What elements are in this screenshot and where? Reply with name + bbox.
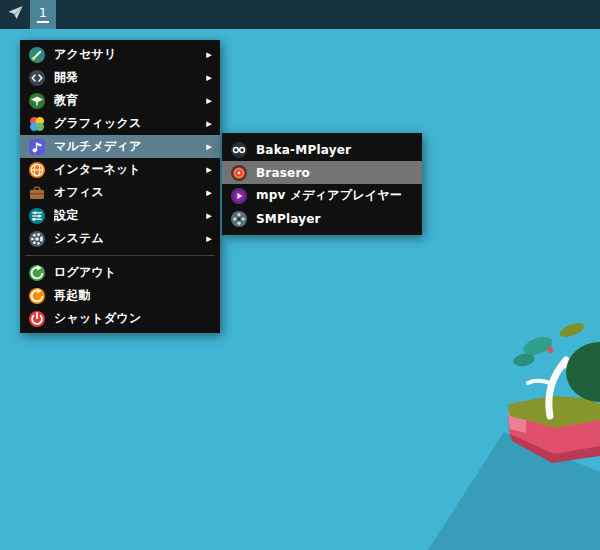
menu-item-label: アクセサリ: [54, 46, 198, 63]
menu-item-baka-mplayer[interactable]: Baka-MPlayer: [222, 138, 422, 161]
app-menu: アクセサリ▶開発▶教育▶グラフィックス▶マルチメディア▶インターネット▶オフィス…: [20, 40, 220, 333]
brasero-icon: [230, 164, 248, 182]
workspace-label: 1: [37, 6, 49, 23]
menu-item-system[interactable]: システム▶: [20, 227, 220, 250]
baka-mplayer-icon: [230, 141, 248, 159]
menu-item-label: 開発: [54, 69, 198, 86]
settings-icon: [28, 207, 46, 225]
menu-item-settings[interactable]: 設定▶: [20, 204, 220, 227]
system-icon: [28, 230, 46, 248]
office-icon: [28, 184, 46, 202]
menu-item-label: SMPlayer: [256, 212, 414, 226]
submenu-arrow-icon: ▶: [206, 234, 212, 242]
menu-item-label: Brasero: [256, 166, 414, 180]
menu-item-restart[interactable]: 再起動: [20, 284, 220, 307]
submenu-arrow-icon: ▶: [206, 96, 212, 104]
menu-item-office[interactable]: オフィス▶: [20, 181, 220, 204]
mpv-icon: [230, 187, 248, 205]
menu-item-label: ログアウト: [54, 264, 212, 281]
submenu-arrow-icon: ▶: [206, 211, 212, 219]
multimedia-icon: [28, 138, 46, 156]
menu-item-development[interactable]: 開発▶: [20, 66, 220, 89]
top-panel: 1: [0, 0, 600, 29]
menu-item-label: グラフィックス: [54, 115, 198, 132]
paper-plane-icon: [7, 4, 24, 25]
menu-item-label: mpv メディアプレイヤー: [256, 187, 414, 204]
menu-item-label: 設定: [54, 207, 198, 224]
menu-item-label: 再起動: [54, 287, 212, 304]
workspace-button-1[interactable]: 1: [30, 0, 56, 29]
menu-item-shutdown[interactable]: シャットダウン: [20, 307, 220, 330]
menu-item-label: インターネット: [54, 161, 198, 178]
restart-icon: [28, 287, 46, 305]
development-icon: [28, 69, 46, 87]
submenu-arrow-icon: ▶: [206, 73, 212, 81]
menu-item-brasero[interactable]: Brasero: [222, 161, 422, 184]
graphics-icon: [28, 115, 46, 133]
submenu-arrow-icon: ▶: [206, 165, 212, 173]
menu-item-internet[interactable]: インターネット▶: [20, 158, 220, 181]
app-menu-categories: アクセサリ▶開発▶教育▶グラフィックス▶マルチメディア▶インターネット▶オフィス…: [20, 43, 220, 250]
menu-item-label: シャットダウン: [54, 310, 212, 327]
multimedia-submenu: Baka-MPlayerBraserompv メディアプレイヤーSMPlayer: [222, 133, 422, 235]
shutdown-icon: [28, 310, 46, 328]
menu-item-graphics[interactable]: グラフィックス▶: [20, 112, 220, 135]
smplayer-icon: [230, 210, 248, 228]
internet-icon: [28, 161, 46, 179]
menu-item-label: Baka-MPlayer: [256, 143, 414, 157]
menu-item-label: 教育: [54, 92, 198, 109]
menu-item-label: オフィス: [54, 184, 198, 201]
menu-item-label: マルチメディア: [54, 138, 198, 155]
app-menu-actions: ログアウト再起動シャットダウン: [20, 261, 220, 330]
submenu-arrow-icon: ▶: [206, 188, 212, 196]
submenu-arrow-icon: ▶: [206, 119, 212, 127]
desktop[interactable]: 1 アクセサリ▶開発▶教育▶グラフィックス▶マルチメディア▶インターネット▶オフ…: [0, 0, 600, 550]
logout-icon: [28, 264, 46, 282]
menu-item-multimedia[interactable]: マルチメディア▶: [20, 135, 220, 158]
education-icon: [28, 92, 46, 110]
menu-item-logout[interactable]: ログアウト: [20, 261, 220, 284]
island-illustration: [400, 320, 600, 550]
menu-item-accessories[interactable]: アクセサリ▶: [20, 43, 220, 66]
menu-item-label: システム: [54, 230, 198, 247]
submenu-arrow-icon: ▶: [206, 50, 212, 58]
menu-item-education[interactable]: 教育▶: [20, 89, 220, 112]
menu-separator: [25, 255, 215, 256]
accessories-icon: [28, 46, 46, 64]
submenu-arrow-icon: ▶: [206, 142, 212, 150]
menu-launcher-button[interactable]: [0, 0, 30, 29]
menu-item-smplayer[interactable]: SMPlayer: [222, 207, 422, 230]
menu-item-mpv[interactable]: mpv メディアプレイヤー: [222, 184, 422, 207]
